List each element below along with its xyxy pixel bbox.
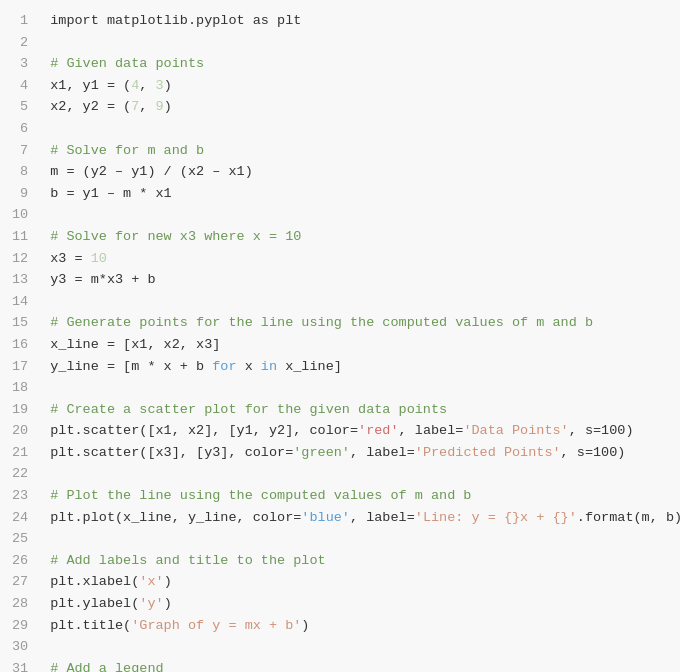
code-line: [50, 636, 670, 658]
code-line: # Add labels and title to the plot: [50, 550, 670, 572]
code-line: [50, 528, 670, 550]
code-line: # Generate points for the line using the…: [50, 312, 670, 334]
code-token: plt.ylabel(: [50, 596, 139, 611]
code-token: 'Data Points': [463, 423, 568, 438]
code-line: y3 = m*x3 + b: [50, 269, 670, 291]
line-number-gutter: 1234567891011121314151617181920212223242…: [0, 10, 40, 672]
code-line: # Plot the line using the computed value…: [50, 485, 670, 507]
line-number: 13: [12, 269, 28, 291]
code-token: ,: [139, 78, 155, 93]
code-token: , label=: [350, 510, 415, 525]
code-token: 'red': [358, 423, 399, 438]
code-token: 'blue': [301, 510, 350, 525]
code-line: plt.scatter([x3], [y3], color='green', l…: [50, 442, 670, 464]
line-number: 27: [12, 571, 28, 593]
line-number: 16: [12, 334, 28, 356]
line-number: 6: [12, 118, 28, 140]
code-line: [50, 118, 670, 140]
code-token: for: [212, 359, 236, 374]
code-line: m = (y2 – y1) / (x2 – x1): [50, 161, 670, 183]
line-number: 26: [12, 550, 28, 572]
line-number: 11: [12, 226, 28, 248]
code-token: x_line]: [277, 359, 342, 374]
code-line: plt.xlabel('x'): [50, 571, 670, 593]
code-token: 3: [156, 78, 164, 93]
code-line: [50, 291, 670, 313]
code-token: x1, y1 = (: [50, 78, 131, 93]
code-line: b = y1 – m * x1: [50, 183, 670, 205]
code-token: 'Graph of y = mx + b': [131, 618, 301, 633]
code-token: , label=: [350, 445, 415, 460]
code-line: # Solve for m and b: [50, 140, 670, 162]
code-token: ): [164, 78, 172, 93]
code-token: 9: [156, 99, 164, 114]
code-token: plt.scatter([x1, x2], [y1, y2], color=: [50, 423, 358, 438]
code-line: y_line = [m * x + b for x in x_line]: [50, 356, 670, 378]
code-line: x2, y2 = (7, 9): [50, 96, 670, 118]
code-token: # Generate points for the line using the…: [50, 315, 593, 330]
code-token: # Add a legend: [50, 661, 163, 672]
code-token: x_line = [x1, x2, x3]: [50, 337, 220, 352]
code-token: b = y1 – m * x1: [50, 186, 172, 201]
code-token: 'green': [293, 445, 350, 460]
line-number: 22: [12, 463, 28, 485]
code-token: m = (y2 – y1) / (x2 – x1): [50, 164, 253, 179]
code-line: plt.plot(x_line, y_line, color='blue', l…: [50, 507, 670, 529]
line-number: 30: [12, 636, 28, 658]
code-line: # Add a legend: [50, 658, 670, 672]
code-token: ): [301, 618, 309, 633]
code-line: [50, 204, 670, 226]
code-line: plt.title('Graph of y = mx + b'): [50, 615, 670, 637]
code-line: [50, 463, 670, 485]
code-line: import matplotlib.pyplot as plt: [50, 10, 670, 32]
code-line: # Solve for new x3 where x = 10: [50, 226, 670, 248]
line-number: 9: [12, 183, 28, 205]
code-line: plt.ylabel('y'): [50, 593, 670, 615]
line-number: 10: [12, 204, 28, 226]
code-line: [50, 377, 670, 399]
code-token: y3 = m*x3 + b: [50, 272, 155, 287]
code-token: 10: [91, 251, 107, 266]
line-number: 8: [12, 161, 28, 183]
code-line: x3 = 10: [50, 248, 670, 270]
code-line: [50, 32, 670, 54]
code-token: .format(m, b)): [577, 510, 680, 525]
code-token: # Given data points: [50, 56, 204, 71]
code-token: ): [164, 99, 172, 114]
code-token: ): [164, 574, 172, 589]
code-token: 'y': [139, 596, 163, 611]
code-token: # Solve for new x3 where x = 10: [50, 229, 301, 244]
code-token: , s=100): [561, 445, 626, 460]
line-number: 4: [12, 75, 28, 97]
line-number: 5: [12, 96, 28, 118]
code-token: x2, y2 = (: [50, 99, 131, 114]
code-token: plt.plot(x_line, y_line, color=: [50, 510, 301, 525]
code-token: # Add labels and title to the plot: [50, 553, 325, 568]
code-token: plt.scatter([x3], [y3], color=: [50, 445, 293, 460]
code-token: y_line = [m * x + b: [50, 359, 212, 374]
line-number: 2: [12, 32, 28, 54]
code-token: ,: [139, 99, 155, 114]
line-number: 18: [12, 377, 28, 399]
line-number: 20: [12, 420, 28, 442]
code-token: ): [164, 596, 172, 611]
line-number: 25: [12, 528, 28, 550]
code-token: 'x': [139, 574, 163, 589]
line-number: 14: [12, 291, 28, 313]
code-token: , s=100): [569, 423, 634, 438]
line-number: 15: [12, 312, 28, 334]
code-token: matplotlib.pyplot: [107, 13, 245, 28]
line-number: 1: [12, 10, 28, 32]
code-token: as plt: [245, 13, 302, 28]
code-token: 'Line: y = {}x + {}': [415, 510, 577, 525]
code-token: plt.xlabel(: [50, 574, 139, 589]
line-number: 28: [12, 593, 28, 615]
code-line: # Given data points: [50, 53, 670, 75]
code-token: , label=: [399, 423, 464, 438]
code-token: # Solve for m and b: [50, 143, 204, 158]
code-line: x_line = [x1, x2, x3]: [50, 334, 670, 356]
line-number: 12: [12, 248, 28, 270]
line-number: 17: [12, 356, 28, 378]
code-line: plt.scatter([x1, x2], [y1, y2], color='r…: [50, 420, 670, 442]
line-number: 29: [12, 615, 28, 637]
